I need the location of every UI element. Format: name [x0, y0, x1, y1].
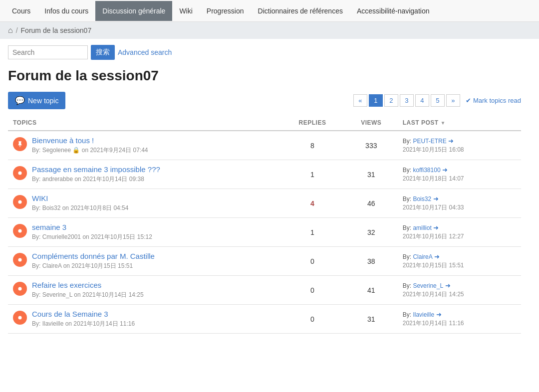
pagination-next[interactable]: » [446, 94, 460, 107]
topic-title-link[interactable]: Cours de la Semaine 3 [32, 310, 108, 318]
unread-icon [13, 195, 27, 209]
pagination-page-4[interactable]: 4 [415, 94, 429, 107]
svg-point-3 [18, 258, 22, 262]
by-label: By: [403, 138, 413, 145]
pagination-page-3[interactable]: 3 [400, 94, 414, 107]
lastpost-by-line: By: PEUT-ETRE ➜ [403, 137, 516, 145]
lastpost-by-line: By: Severine_L ➜ [403, 282, 516, 289]
go-icon[interactable]: ➜ [431, 195, 439, 202]
col-lastpost: LAST POST ▼ [398, 115, 521, 131]
home-icon[interactable]: ⌂ [8, 26, 13, 35]
poster-link[interactable]: Severine_L [413, 282, 443, 289]
poster-link[interactable]: amilliot [413, 224, 431, 231]
by-label: By: [403, 167, 413, 174]
topic-cell: WIKIBy: Bois32 on 2021年10月8日 04:54 [8, 189, 280, 217]
advanced-search-link[interactable]: Advanced search [118, 48, 172, 56]
unread-icon [13, 166, 27, 180]
topic-meta: By: andrerabbe on 2021年10月14日 09:38 [32, 175, 160, 184]
table-row: Compléments donnés par M. CastilleBy: Cl… [8, 247, 521, 276]
topic-title-link[interactable]: semaine 3 [32, 223, 66, 231]
topic-info: semaine 3By: Cmurielle2001 on 2021年10月15… [32, 223, 152, 241]
svg-point-4 [18, 287, 22, 291]
pagination-page-5[interactable]: 5 [431, 94, 445, 107]
views-cell: 333 [345, 131, 398, 160]
replies-cell: 4 [280, 189, 345, 218]
col-topics: TOPICS [8, 115, 280, 131]
lastpost-by-line: By: Ilavieille ➜ [403, 311, 516, 318]
poster-link[interactable]: PEUT-ETRE [413, 138, 446, 145]
breadcrumb: ⌂ / Forum de la session07 [0, 22, 539, 39]
views-cell: 31 [345, 305, 398, 334]
lastpost-date: 2021年10月15日 15:51 [403, 261, 516, 270]
by-label: By: [403, 224, 413, 231]
nav-cours[interactable]: Cours [5, 1, 37, 21]
check-circle-icon: ✔ [466, 97, 471, 104]
topic-cell: Refaire les exercicesBy: Severine_L on 2… [8, 276, 280, 304]
breadcrumb-separator: / [16, 26, 18, 34]
nav-dictionnaires[interactable]: Dictionnaires de références [251, 1, 350, 21]
forum-title: Forum de la session07 [8, 68, 521, 84]
lastpost-date: 2021年10月14日 14:25 [403, 290, 516, 299]
pagination-prev[interactable]: « [353, 94, 367, 107]
unread-icon [13, 282, 27, 296]
go-icon[interactable]: ➜ [432, 224, 439, 231]
svg-point-5 [18, 316, 22, 320]
topic-title-link[interactable]: Compléments donnés par M. Castille [32, 252, 155, 260]
unread-icon [13, 253, 27, 267]
replies-cell: 0 [280, 247, 345, 276]
replies-cell: 1 [280, 160, 345, 189]
poster-link[interactable]: Ilavieille [413, 311, 434, 318]
topic-cell: Compléments donnés par M. CastilleBy: Cl… [8, 247, 280, 275]
lastpost-by-line: By: amilliot ➜ [403, 224, 516, 231]
lastpost-by-line: By: ClaireA ➜ [403, 253, 516, 260]
table-row: Bienvenue à tous !By: Segolenee 🔒 on 202… [8, 131, 521, 160]
views-cell: 38 [345, 247, 398, 276]
lastpost-by-line: By: Bois32 ➜ [403, 195, 516, 202]
pagination-page-2[interactable]: 2 [384, 94, 398, 107]
col-views: VIEWS [345, 115, 398, 131]
topic-title-link[interactable]: Refaire les exercices [32, 281, 101, 289]
pinned-icon [13, 137, 27, 151]
lastpost-cell: By: koffi38100 ➜2021年10月18日 14:07 [398, 160, 521, 189]
topic-meta: By: Ilavieille on 2021年10月14日 11:16 [32, 320, 135, 328]
actions-row: 💬 New topic « 1 2 3 4 5 » ✔ Mark topics … [8, 92, 521, 109]
chat-icon: 💬 [15, 96, 25, 105]
poster-link[interactable]: koffi38100 [413, 167, 440, 174]
nav-progression[interactable]: Progression [200, 1, 251, 21]
views-cell: 41 [345, 276, 398, 305]
topic-cell: Cours de la Semaine 3By: Ilavieille on 2… [8, 305, 280, 333]
by-label: By: [403, 196, 413, 202]
go-icon[interactable]: ➜ [441, 166, 448, 174]
search-input[interactable] [8, 45, 88, 59]
topic-title-link[interactable]: WIKI [32, 194, 48, 202]
nav-wiki[interactable]: Wiki [172, 1, 199, 21]
poster-link[interactable]: ClaireA [413, 253, 432, 260]
poster-link[interactable]: Bois32 [413, 196, 431, 202]
views-cell: 46 [345, 189, 398, 218]
top-navigation: Cours Infos du cours Discussion générale… [0, 0, 539, 22]
nav-infos[interactable]: Infos du cours [37, 1, 95, 21]
new-topic-button[interactable]: 💬 New topic [8, 92, 65, 109]
forum-table: TOPICS REPLIES VIEWS LAST POST ▼ Bienven… [8, 115, 521, 334]
go-icon[interactable]: ➜ [433, 253, 440, 260]
mark-topics-read[interactable]: ✔ Mark topics read [466, 97, 521, 104]
nav-accessibilite[interactable]: Accessibilité-navigation [350, 1, 437, 21]
nav-discussion[interactable]: Discussion générale [95, 1, 172, 21]
topic-title-link[interactable]: Passage en semaine 3 impossible ??? [32, 165, 160, 174]
replies-cell: 1 [280, 218, 345, 247]
replies-cell: 8 [280, 131, 345, 160]
topic-info: Compléments donnés par M. CastilleBy: Cl… [32, 252, 155, 270]
go-icon[interactable]: ➜ [447, 137, 454, 145]
table-row: Passage en semaine 3 impossible ???By: a… [8, 160, 521, 189]
lastpost-cell: By: Severine_L ➜2021年10月14日 14:25 [398, 276, 521, 305]
topic-title-link[interactable]: Bienvenue à tous ! [32, 136, 94, 145]
topic-meta: By: Segolenee 🔒 on 2021年9月24日 07:44 [32, 146, 148, 155]
go-icon[interactable]: ➜ [443, 282, 451, 289]
breadcrumb-current[interactable]: Forum de la session07 [21, 26, 92, 34]
pagination-page-1[interactable]: 1 [369, 94, 383, 107]
table-row: WIKIBy: Bois32 on 2021年10月8日 04:54446By:… [8, 189, 521, 218]
unread-icon [13, 224, 27, 238]
svg-point-0 [18, 172, 22, 175]
search-button[interactable]: 搜索 [91, 45, 115, 60]
go-icon[interactable]: ➜ [434, 311, 442, 318]
